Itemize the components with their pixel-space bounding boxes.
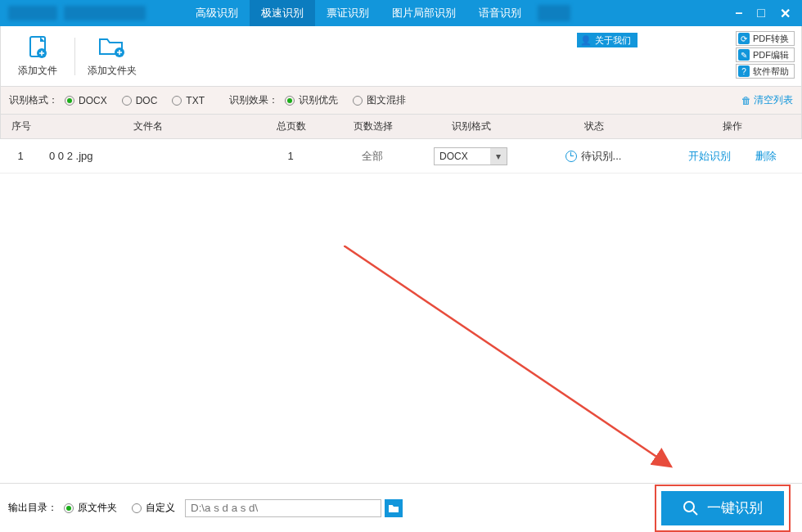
radio-dot-icon (65, 96, 74, 106)
radio-txt[interactable]: TXT (172, 95, 205, 106)
table-header: 序号 文件名 总页数 页数选择 识别格式 状态 操作 (0, 115, 802, 139)
logo-blur (8, 6, 57, 20)
browse-button[interactable] (385, 499, 403, 517)
format-radios: DOCX DOC TXT (65, 95, 205, 106)
col-action: 操作 (664, 119, 801, 133)
format-select[interactable]: DOCX (434, 147, 507, 165)
person-icon: 👤 (580, 35, 592, 46)
cell-format: DOCX (417, 147, 524, 165)
badge-blur (538, 5, 570, 21)
maximize-button[interactable]: □ (757, 6, 765, 21)
annotation-arrow (344, 246, 696, 483)
side-links: ⟳PDF转换 ✎PDF编辑 ?软件帮助 (736, 31, 795, 79)
tab-voice[interactable]: 语音识别 (467, 0, 533, 26)
close-button[interactable]: ✕ (780, 6, 791, 21)
titlebar: 高级识别 极速识别 票证识别 图片局部识别 语音识别 – □ ✕ (0, 0, 802, 26)
about-label: 关于我们 (595, 34, 631, 47)
radio-dot-icon (64, 503, 74, 513)
convert-icon: ⟳ (738, 33, 750, 44)
add-file-button[interactable]: 添加文件 (1, 34, 74, 78)
tab-fast[interactable]: 极速识别 (250, 0, 315, 26)
about-button[interactable]: 👤 关于我们 (577, 33, 638, 47)
footer-bar: 输出目录： 原文件夹 自定义 一键识别 (0, 483, 802, 532)
add-folder-button[interactable]: 添加文件夹 (75, 34, 149, 78)
tab-partial[interactable]: 图片局部识别 (381, 0, 467, 26)
radio-dot-icon (172, 96, 182, 106)
output-path-input[interactable] (185, 499, 381, 517)
folder-add-icon (97, 34, 127, 61)
tab-advanced[interactable]: 高级识别 (184, 0, 250, 26)
output-radios: 原文件夹 自定义 (64, 501, 175, 515)
add-folder-label: 添加文件夹 (88, 64, 137, 78)
toolbar: 添加文件 添加文件夹 👤 关于我们 ⟳PDF转换 ✎PDF编辑 ?软件帮助 (0, 26, 802, 87)
clear-list-button[interactable]: 🗑 清空列表 (741, 93, 793, 107)
col-status: 状态 (525, 119, 664, 133)
pdf-edit-link[interactable]: ✎PDF编辑 (736, 47, 795, 62)
trash-icon: 🗑 (741, 95, 751, 106)
delete-link[interactable]: 删除 (755, 149, 777, 164)
radio-priority[interactable]: 识别优先 (285, 93, 338, 107)
help-link[interactable]: ?软件帮助 (736, 64, 795, 79)
radio-dot-icon (122, 96, 132, 106)
col-name: 文件名 (42, 119, 255, 133)
start-recognize-link[interactable]: 开始识别 (688, 149, 731, 164)
radio-dot-icon (353, 96, 363, 106)
pdf-convert-link[interactable]: ⟳PDF转换 (736, 31, 795, 46)
cell-status: 待识别... (524, 149, 663, 164)
main-button-highlight: 一键识别 (655, 485, 791, 532)
table-row: 1 0 0 2 .jpg 1 全部 DOCX 待识别... 开始识别 删除 (0, 139, 802, 174)
help-icon: ? (738, 65, 750, 77)
add-file-label: 添加文件 (18, 64, 57, 78)
svg-line-5 (693, 511, 697, 515)
cell-name: 0 0 2 .jpg (41, 150, 254, 162)
effect-radios: 识别优先 图文混排 (285, 93, 406, 107)
output-label: 输出目录： (8, 501, 57, 515)
search-icon (683, 500, 699, 516)
format-label: 识别格式： (9, 93, 58, 107)
col-num: 序号 (1, 119, 42, 133)
tab-ticket[interactable]: 票证识别 (315, 0, 381, 26)
cell-pagesel[interactable]: 全部 (327, 149, 417, 164)
radio-doc[interactable]: DOC (122, 95, 158, 106)
cell-pages: 1 (254, 150, 327, 162)
options-bar: 识别格式： DOCX DOC TXT 识别效果： 识别优先 图文混排 🗑 清空列… (0, 87, 802, 115)
radio-docx[interactable]: DOCX (65, 95, 107, 106)
main-tabs: 高级识别 极速识别 票证识别 图片局部识别 语音识别 (184, 0, 533, 26)
col-pagesel: 页数选择 (328, 119, 418, 133)
effect-label: 识别效果： (229, 93, 278, 107)
one-click-recognize-button[interactable]: 一键识别 (661, 491, 784, 525)
minimize-button[interactable]: – (735, 6, 742, 21)
svg-line-3 (344, 246, 671, 467)
clock-icon (565, 151, 577, 162)
file-add-icon (25, 34, 51, 61)
radio-dot-icon (132, 503, 142, 513)
svg-point-4 (684, 502, 694, 512)
radio-original-folder[interactable]: 原文件夹 (64, 501, 117, 515)
col-format: 识别格式 (418, 119, 525, 133)
cell-action: 开始识别 删除 (663, 149, 802, 164)
radio-mixed[interactable]: 图文混排 (353, 93, 406, 107)
window-controls: – □ ✕ (735, 6, 802, 21)
title-blur (64, 6, 146, 20)
folder-icon (388, 503, 399, 514)
col-pages: 总页数 (255, 119, 328, 133)
cell-num: 1 (0, 150, 41, 162)
radio-custom-folder[interactable]: 自定义 (132, 501, 175, 515)
edit-icon: ✎ (738, 49, 750, 61)
radio-dot-icon (285, 96, 295, 106)
